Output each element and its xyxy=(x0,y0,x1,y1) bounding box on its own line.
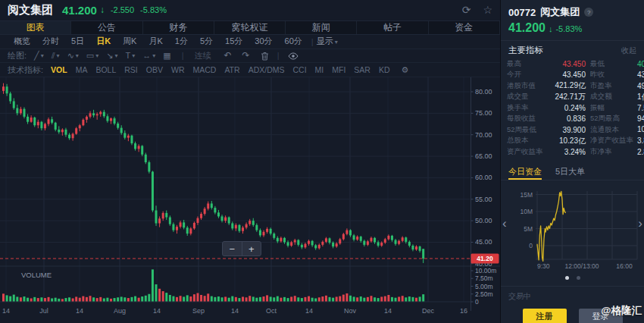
arrow-tool[interactable]: ↘▾ xyxy=(106,51,117,61)
metric-label: 资产收益率 xyxy=(507,147,549,157)
metric-label: 今开 xyxy=(507,70,549,80)
metric-value: 43.450 xyxy=(549,60,590,68)
wave-tool[interactable]: ∿▾ xyxy=(67,51,79,61)
svg-text:14: 14 xyxy=(76,307,83,315)
text-tool[interactable]: T▾ xyxy=(126,51,136,60)
main-tab-bar: 图表公告财务窝轮权证新闻帖子资金 xyxy=(0,21,500,35)
indicator-kd[interactable]: KD xyxy=(379,65,390,74)
next-arrow-icon[interactable]: › xyxy=(638,217,642,230)
period-5min[interactable]: 5分 xyxy=(194,36,219,47)
metric-label: 最低 xyxy=(590,59,637,69)
chevron-down-icon: ▾ xyxy=(152,52,155,59)
svg-text:16:00: 16:00 xyxy=(616,262,633,270)
svg-text:15M: 15M xyxy=(520,190,533,198)
svg-text:65.00: 65.00 xyxy=(475,152,492,160)
metric-value: 40.150 xyxy=(637,60,644,68)
main-chart[interactable]: 80.0075.0070.0065.0060.0055.0050.0045.00… xyxy=(0,77,500,323)
quote-stock-name: 阅文集团 xyxy=(540,5,580,19)
tab-posts[interactable]: 帖子 xyxy=(357,21,428,34)
indicator-rsi[interactable]: RSI xyxy=(124,65,138,74)
period-daily-k[interactable]: 日K xyxy=(90,36,117,47)
indicator-macd[interactable]: MACD xyxy=(192,65,216,74)
indicator-mfi[interactable]: MFI xyxy=(332,65,345,74)
indicator-ma[interactable]: MA xyxy=(76,65,88,74)
metric-label: 最高 xyxy=(507,59,549,69)
candlestick-chart[interactable]: 80.0075.0070.0065.0060.0055.0050.0045.00… xyxy=(0,77,500,320)
display-dropdown[interactable]: 显示▾ xyxy=(317,36,338,47)
period-30min[interactable]: 30分 xyxy=(249,36,278,47)
tab-news[interactable]: 新闻 xyxy=(286,21,357,34)
indicator-boll[interactable]: BOLL xyxy=(95,65,116,74)
zoom-out-button[interactable]: − xyxy=(223,242,242,256)
carousel-dot-2[interactable] xyxy=(577,276,580,280)
metric-row: 今开43.450昨收43.750 xyxy=(507,70,638,81)
continuous-toggle[interactable]: 连续 xyxy=(195,50,211,61)
chevron-down-icon: ▾ xyxy=(76,52,79,59)
svg-text:5.00m: 5.00m xyxy=(475,283,493,290)
redo-button[interactable]: ↷ xyxy=(242,50,250,61)
stock-code: 00772 xyxy=(508,7,536,18)
grid-tool[interactable]: ▦ xyxy=(163,51,170,61)
period-1min[interactable]: 1分 xyxy=(169,36,194,47)
channel-tool-icon: ⫽ xyxy=(52,51,55,61)
period-5d[interactable]: 5日 xyxy=(65,36,90,47)
indicator-mi[interactable]: MI xyxy=(315,65,324,74)
svg-text:80.00: 80.00 xyxy=(475,88,492,96)
indicator-atr[interactable]: ATR xyxy=(224,65,239,74)
tab-warrants[interactable]: 窝轮权证 xyxy=(214,21,286,34)
shape-tool[interactable]: ▭▾ xyxy=(86,51,98,61)
metric-label: 52周最低 xyxy=(507,125,549,135)
help-icon[interactable]: ? xyxy=(584,8,593,17)
svg-text:10M: 10M xyxy=(520,208,533,215)
register-button[interactable]: 注册 xyxy=(523,309,567,323)
metric-value: 49.29 xyxy=(637,82,644,90)
svg-text:9:30: 9:30 xyxy=(537,262,550,270)
indicator-adxdms[interactable]: ADX/DMS xyxy=(249,65,285,74)
visibility-button[interactable] xyxy=(288,50,299,61)
fundflow-tab-5day[interactable]: 5日大单 xyxy=(555,166,585,180)
indicator-cci[interactable]: CCI xyxy=(292,65,306,74)
period-intraday[interactable]: 分时 xyxy=(36,36,65,47)
trash-icon xyxy=(261,52,269,61)
undo-button[interactable]: ↶ xyxy=(224,50,232,61)
svg-text:45.00: 45.00 xyxy=(475,238,492,246)
indicator-obv[interactable]: OBV xyxy=(146,65,163,74)
key-metrics-table: 最高43.450最低40.150今开43.450昨收43.750港股市值421.… xyxy=(501,58,644,161)
carousel-dot-1[interactable] xyxy=(565,276,569,280)
chevron-down-icon: ▾ xyxy=(335,39,338,45)
tab-chart[interactable]: 图表 xyxy=(0,21,71,34)
metric-label: 成交量 xyxy=(507,92,549,102)
fundflow-chart: 15M10M5M09:3012:00/13:0016:00 xyxy=(502,183,643,271)
prev-arrow-icon[interactable]: ‹ xyxy=(502,217,507,230)
tab-funds[interactable]: 资金 xyxy=(429,21,500,34)
period-overview[interactable]: 概览 xyxy=(8,36,36,47)
indicator-vol[interactable]: VOL xyxy=(51,65,67,74)
svg-text:75.00: 75.00 xyxy=(475,109,492,117)
metric-label: 昨收 xyxy=(590,70,637,80)
star-icon[interactable]: ☆ xyxy=(483,4,492,16)
metric-value: 421.29亿 xyxy=(549,80,590,91)
toolbar-divider: | xyxy=(274,51,283,60)
tab-announcements[interactable]: 公告 xyxy=(71,21,142,34)
zoom-in-button[interactable]: + xyxy=(242,242,261,256)
delete-button[interactable] xyxy=(261,50,269,61)
collapse-link[interactable]: 收起 xyxy=(621,45,636,56)
period-monthly-k[interactable]: 月K xyxy=(142,36,168,47)
tab-financials[interactable]: 财务 xyxy=(143,21,214,34)
indicator-sar[interactable]: SAR xyxy=(354,65,370,74)
period-weekly-k[interactable]: 周K xyxy=(117,36,142,47)
refresh-icon[interactable]: ⟳ xyxy=(462,4,471,16)
channel-tool[interactable]: ⫽▾ xyxy=(52,51,60,61)
period-15min[interactable]: 15分 xyxy=(219,36,249,47)
line-tool[interactable]: ╱▾ xyxy=(34,51,44,61)
period-60min[interactable]: 60分 xyxy=(279,36,308,47)
shape-tool-icon: ▭ xyxy=(86,51,94,61)
gear-icon[interactable]: ⚙ xyxy=(402,65,409,75)
chevron-down-icon: ▾ xyxy=(57,52,60,59)
indicator-wr[interactable]: WR xyxy=(171,65,185,74)
svg-text:70.00: 70.00 xyxy=(475,131,492,139)
measure-tool[interactable]: ↔▾ xyxy=(142,51,155,60)
svg-text:Nov: Nov xyxy=(344,307,357,315)
fundflow-tab-today[interactable]: 今日资金 xyxy=(508,166,542,180)
quote-header: 00772 阅文集团 ? xyxy=(501,0,644,19)
